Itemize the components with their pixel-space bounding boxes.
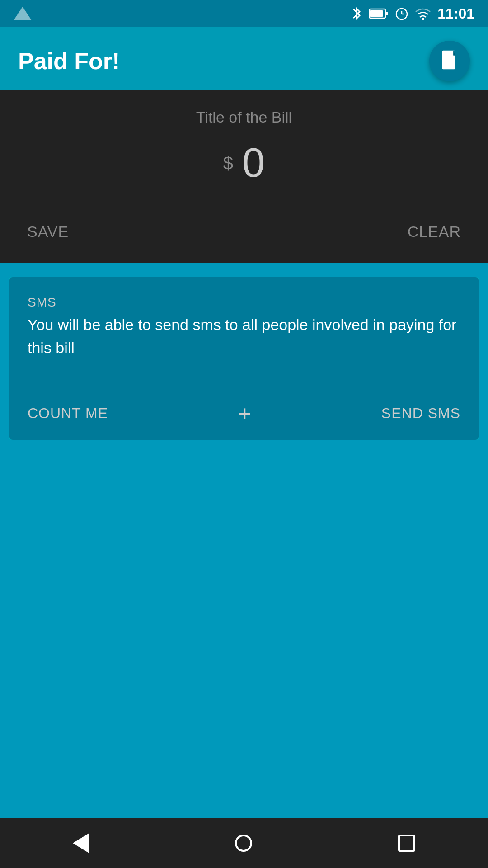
bluetooth-icon [351, 5, 362, 22]
sms-description: You will be able to send sms to all peop… [28, 313, 460, 359]
status-bar: 11:01 [0, 0, 488, 27]
status-bar-right: 11:01 [351, 5, 474, 22]
new-bill-button[interactable] [429, 41, 470, 81]
signal-icon [14, 7, 32, 20]
count-me-button[interactable]: COUNT ME [28, 401, 108, 426]
save-button[interactable]: SAVE [18, 218, 78, 245]
sms-actions: COUNT ME + SEND SMS [28, 387, 460, 440]
nav-bar [0, 818, 488, 868]
sms-card: SMS You will be able to send sms to all … [9, 277, 479, 440]
app-title: Paid For! [18, 47, 120, 75]
clear-button[interactable]: CLEAR [399, 218, 470, 245]
svg-rect-2 [370, 10, 383, 17]
home-circle-icon [235, 835, 252, 852]
save-clear-row: SAVE CLEAR [18, 209, 470, 245]
bill-title-placeholder[interactable]: Title of the Bill [18, 108, 470, 126]
recents-square-icon [398, 835, 415, 852]
app-header: Paid For! [0, 27, 488, 90]
wifi-icon [415, 7, 431, 20]
alarm-icon [395, 7, 408, 20]
amount-value[interactable]: 0 [242, 140, 265, 186]
svg-point-7 [422, 18, 424, 20]
svg-rect-3 [385, 12, 388, 15]
battery-icon [369, 7, 389, 20]
add-person-button[interactable]: + [229, 401, 260, 426]
recents-button[interactable] [380, 826, 433, 861]
send-sms-button[interactable]: SEND SMS [381, 401, 460, 426]
sms-label: SMS [28, 295, 460, 310]
svg-marker-0 [14, 7, 32, 20]
status-time: 11:01 [437, 5, 474, 22]
back-button[interactable] [55, 824, 107, 862]
bill-input-area: Title of the Bill $ 0 SAVE CLEAR [0, 90, 488, 263]
bill-amount-row: $ 0 [18, 140, 470, 186]
svg-rect-8 [442, 51, 455, 70]
document-icon [438, 50, 461, 72]
currency-symbol: $ [223, 153, 233, 173]
home-button[interactable] [217, 826, 270, 861]
back-arrow-icon [73, 833, 89, 853]
status-bar-left [14, 7, 32, 20]
